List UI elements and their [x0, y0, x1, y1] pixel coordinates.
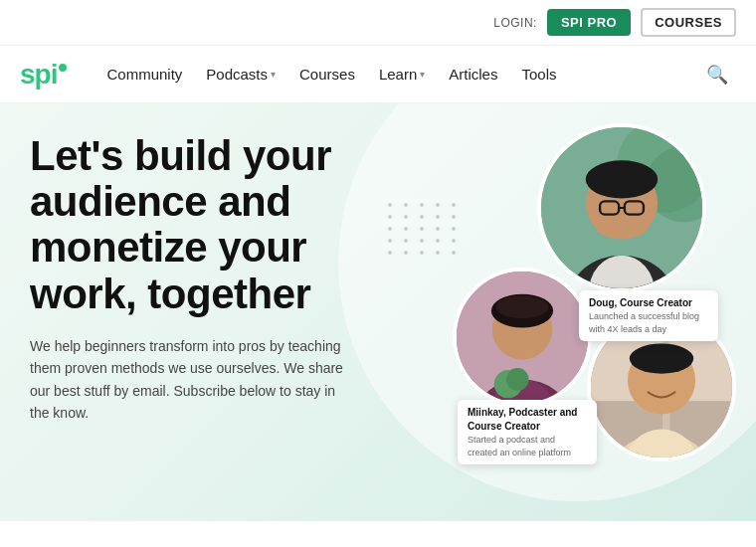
nav-bar: spi Community Podcasts ▾ Courses Learn ▾…: [0, 46, 756, 103]
tooltip-1-name: Doug, Course Creator: [589, 296, 708, 310]
profile-image-2: [453, 268, 592, 407]
nav-item-community[interactable]: Community: [96, 60, 192, 89]
search-icon: 🔍: [706, 65, 728, 85]
hero-description: We help beginners transform into pros by…: [30, 335, 358, 425]
svg-point-19: [496, 296, 549, 319]
nav-item-learn[interactable]: Learn ▾: [369, 60, 435, 89]
learn-arrow-icon: ▾: [420, 69, 425, 80]
profiles-container: Doug, Course Creator Launched a successf…: [418, 113, 736, 511]
svg-point-27: [630, 343, 693, 373]
hero-section: Let's build your audience and monetize y…: [0, 103, 756, 521]
tooltip-1-desc: Launched a successful blog with 4X leads…: [589, 310, 708, 335]
tooltip-2-name: Miinkay, Podcaster and Course Creator: [468, 406, 587, 434]
nav-item-courses[interactable]: Courses: [289, 60, 365, 89]
nav-item-podcasts[interactable]: Podcasts ▾: [196, 60, 285, 89]
logo-text: spi: [20, 59, 57, 91]
podcasts-arrow-icon: ▾: [271, 69, 276, 80]
hero-title: Let's build your audience and monetize y…: [30, 133, 408, 317]
profile-tooltip-2: Miinkay, Podcaster and Course Creator St…: [458, 400, 597, 464]
svg-point-6: [586, 160, 658, 198]
nav-item-tools[interactable]: Tools: [511, 60, 566, 89]
profile-tooltip-1: Doug, Course Creator Launched a successf…: [579, 290, 718, 341]
logo-dot: [59, 64, 67, 72]
hero-text-block: Let's build your audience and monetize y…: [30, 133, 408, 424]
svg-point-10: [595, 216, 648, 239]
login-label: LOGIN:: [493, 16, 537, 30]
logo[interactable]: spi: [20, 59, 67, 91]
tooltip-2-desc: Started a podcast and created an online …: [468, 434, 587, 458]
search-button[interactable]: 🔍: [698, 60, 736, 90]
nav-item-articles[interactable]: Articles: [439, 60, 507, 89]
profile-image-1: [537, 123, 706, 292]
top-bar: LOGIN: SPI PRO COURSES: [0, 0, 756, 46]
svg-point-16: [506, 368, 529, 391]
spi-pro-button[interactable]: SPI PRO: [547, 9, 631, 36]
nav-links: Community Podcasts ▾ Courses Learn ▾ Art…: [96, 60, 698, 89]
courses-top-button[interactable]: COURSES: [641, 8, 736, 37]
